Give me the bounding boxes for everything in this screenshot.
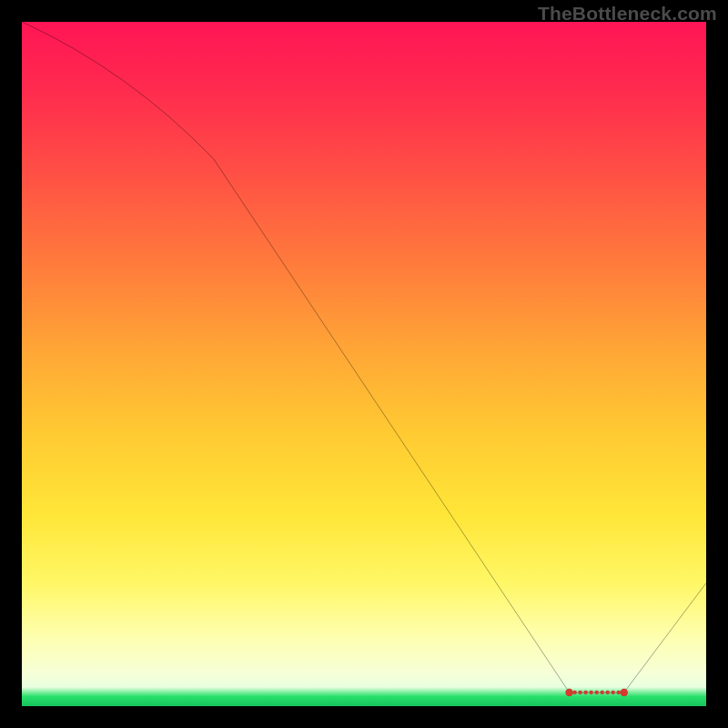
optimum-marker bbox=[595, 691, 599, 694]
optimum-marker bbox=[584, 691, 588, 694]
optimum-markers bbox=[565, 689, 627, 696]
plot-area bbox=[22, 22, 706, 706]
chart-frame: TheBottleneck.com bbox=[0, 0, 728, 728]
optimum-marker bbox=[606, 691, 610, 694]
optimum-marker bbox=[621, 689, 628, 696]
optimum-marker bbox=[612, 691, 615, 694]
optimum-marker bbox=[601, 691, 604, 694]
optimum-marker bbox=[590, 691, 593, 694]
watermark-credit: TheBottleneck.com bbox=[538, 4, 717, 23]
bottleneck-curve bbox=[22, 22, 706, 693]
chart-overlay bbox=[22, 22, 706, 706]
optimum-marker bbox=[617, 691, 621, 694]
optimum-marker bbox=[579, 691, 582, 694]
optimum-marker bbox=[573, 691, 577, 694]
optimum-marker bbox=[565, 689, 572, 696]
